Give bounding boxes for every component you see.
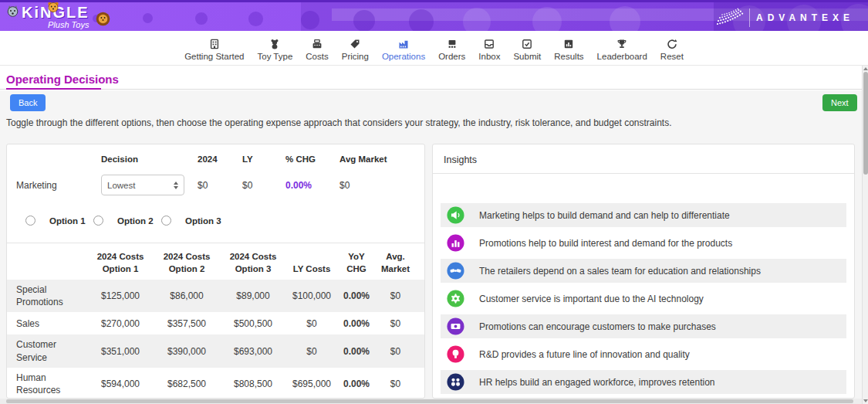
table-row: Sales $270,000 $357,500 $500,500 $0 0.00… [7,312,424,334]
advantexe-logo[interactable]: ADVANTEXE [714,2,868,31]
cell-yoy: 0.00% [337,346,376,357]
cell-option1: $594,000 [87,379,154,389]
cash-register-icon [311,38,323,50]
nav-results[interactable]: Results [554,38,583,61]
nav-label: Pricing [342,52,369,61]
row-label: Customer Service [16,338,87,363]
next-button[interactable]: Next [822,94,857,111]
header-dot [463,8,491,31]
nav-label: Results [554,52,583,61]
inbox-icon [483,38,495,50]
tiger-head-icon [47,2,59,12]
gear-icon [447,290,464,307]
reset-icon [666,38,678,50]
option-2-label: Option 2 [117,216,154,226]
bar-chart-icon [447,234,464,252]
header-dot [195,12,208,25]
marketing-select[interactable]: Lowest [101,175,184,195]
trophy-icon [616,38,628,50]
nav-leaderboard[interactable]: Leaderboard [597,38,647,61]
col-avg-market: Avg Market [339,154,415,164]
nav-label: Submit [513,52,541,61]
col-decision: Decision [101,154,198,164]
nav-getting-started[interactable]: Getting Started [184,38,244,61]
nav-inbox[interactable]: Inbox [478,38,500,61]
list-item: R&D provides a future line of innovation… [441,342,846,366]
people-icon [447,373,464,391]
cell-option1: $351,000 [87,346,154,357]
insight-text: Promotions can encourage customers to ma… [479,321,716,332]
insight-text: Marketing helps to build demand and can … [479,210,730,221]
decision-panel: Decision 2024 LY % CHG Avg Market Market… [6,144,425,399]
scroll-up-arrow-icon[interactable] [863,67,868,70]
nav-costs[interactable]: Costs [306,38,328,61]
insight-text: R&D provides a future line of innovation… [479,349,690,360]
cell-option2: $357,500 [154,318,220,329]
nav-label: Operations [382,52,425,61]
col-pct-chg: % CHG [285,154,339,164]
marketing-row: Marketing Lowest $0 $0 0.00% $0 [7,175,424,195]
cost-col-header: YoY [348,252,365,261]
nav-label: Toy Type [257,52,292,61]
nav-orders[interactable]: Orders [438,38,465,61]
building-icon [208,38,221,50]
panel-divider [7,243,424,243]
table-row: Special Promotions $125,000 $86,000 $89,… [7,280,424,312]
cell-ly: $0 [286,346,337,357]
marketing-ly-value: $0 [242,180,285,191]
cell-option1: $270,000 [87,318,154,329]
list-item: The retailers depend on a sales team for… [441,259,846,283]
horizontal-scrollbar[interactable] [0,399,862,404]
partner-separator [749,8,750,27]
vertical-scrollbar-thumb[interactable] [863,72,868,175]
instruction-text: Toggle through the different options, th… [6,117,672,128]
insight-text: HR helps build an engaged workforce, imp… [479,377,715,388]
nav-reset[interactable]: Reset [660,38,684,61]
option-radio-group: Option 1 Option 2 Option 3 [25,216,424,226]
list-item: Customer service is important due to the… [441,287,846,311]
logo-sub-text: Plush Toys [48,20,90,29]
cost-col-header: Avg. [386,252,405,261]
row-label: Special Promotions [16,283,87,308]
active-tab-underline [6,88,101,90]
list-item: HR helps build an engaged workforce, imp… [441,370,846,394]
nav-toy-type[interactable]: Toy Type [257,38,292,61]
cell-yoy: 0.00% [337,318,376,329]
nav-operations[interactable]: Operations [382,38,425,61]
header-dot [532,7,562,31]
nav-label: Inbox [478,52,500,61]
scroll-down-arrow-icon[interactable] [863,399,868,402]
tab-underline [0,89,862,90]
header-dot [353,10,375,31]
cell-option1: $125,000 [87,290,154,301]
back-button[interactable]: Back [10,94,46,111]
cell-yoy: 0.00% [337,379,376,389]
cell-option3: $693,000 [220,346,286,357]
option-3-radio[interactable]: Option 3 [161,216,229,226]
kingle-logo[interactable]: KiNGLE Plush Toys [22,4,90,29]
horizontal-scrollbar-thumb[interactable] [6,399,853,403]
cost-col-header: 2024 Costs [97,252,144,261]
option-3-label: Option 3 [185,216,221,226]
wolf-head-icon [6,5,19,17]
main-nav: Getting Started Toy Type Costs Pricing O… [0,31,868,66]
cell-option2: $86,000 [154,290,220,301]
cost-col-header: Option 3 [235,264,272,273]
cell-option3: $89,000 [220,290,286,301]
vertical-scrollbar[interactable] [862,66,868,404]
marketing-avg-market-value: $0 [339,180,415,191]
nav-label: Reset [660,52,684,61]
handshake-icon [447,262,464,280]
nav-pricing[interactable]: Pricing [342,38,369,61]
option-1-radio[interactable]: Option 1 [25,216,93,226]
insights-panel: Insights Marketing helps to build demand… [432,144,855,399]
marketing-label: Marketing [16,180,101,191]
marketing-pct-chg-value: 0.00% [285,180,339,191]
insight-text: Promotions help to build interest and de… [479,238,732,249]
row-label: Human Resources [16,372,87,396]
option-2-radio[interactable]: Option 2 [93,216,161,226]
nav-submit[interactable]: Submit [513,38,541,61]
insights-divider [433,173,854,174]
radio-circle-icon [93,216,103,226]
header-dot [610,6,640,31]
